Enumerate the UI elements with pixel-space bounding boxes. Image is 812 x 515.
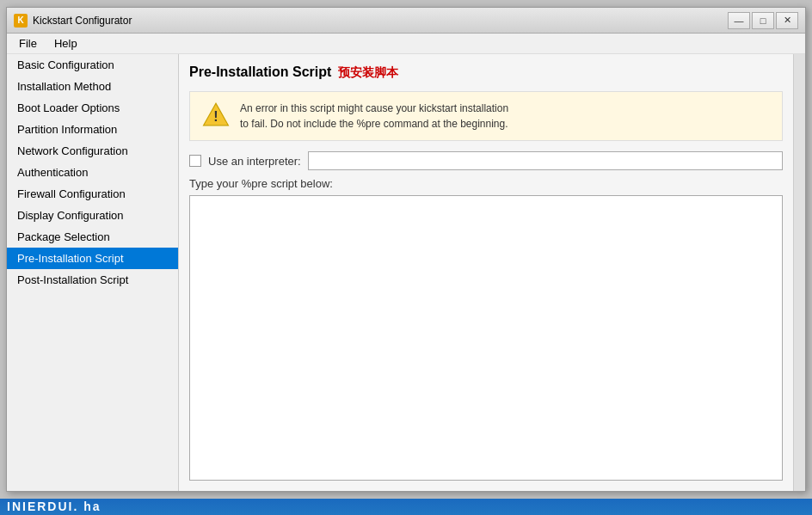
- bottom-taskbar: INIERDUI. ha: [0, 499, 812, 515]
- close-button[interactable]: ✕: [776, 12, 798, 29]
- app-icon: K: [14, 14, 28, 28]
- sidebar-item-authentication[interactable]: Authentication: [7, 162, 178, 183]
- title-bar: K Kickstart Configurator — □ ✕: [7, 8, 805, 34]
- sidebar-item-package-selection[interactable]: Package Selection: [7, 226, 178, 248]
- warning-icon: !: [202, 101, 230, 128]
- warning-box: ! An error in this script might cause yo…: [189, 91, 783, 141]
- sidebar-item-pre-installation-script[interactable]: Pre-Installation Script: [7, 248, 178, 269]
- panel-title-text: Pre-Installation Script: [189, 64, 331, 80]
- interpreter-label: Use an interpreter:: [208, 155, 301, 168]
- sidebar-item-network-configuration[interactable]: Network Configuration: [7, 140, 178, 162]
- interpreter-input[interactable]: [308, 151, 783, 170]
- interpreter-checkbox[interactable]: [189, 155, 201, 167]
- right-scroll-strip: [793, 54, 805, 491]
- menu-bar: File Help: [7, 34, 805, 54]
- main-window: K Kickstart Configurator — □ ✕ File Help…: [6, 7, 806, 492]
- sidebar-item-firewall-configuration[interactable]: Firewall Configuration: [7, 183, 178, 205]
- sidebar-item-post-installation-script[interactable]: Post-Installation Script: [7, 269, 178, 291]
- script-label: Type your %pre script below:: [189, 177, 783, 190]
- panel-title-container: Pre-Installation Script 预安装脚本: [189, 64, 783, 81]
- minimize-button[interactable]: —: [728, 12, 750, 29]
- panel-title-chinese: 预安装脚本: [338, 65, 398, 81]
- sidebar-item-boot-loader-options[interactable]: Boot Loader Options: [7, 97, 178, 119]
- menu-file[interactable]: File: [10, 35, 46, 52]
- script-textarea[interactable]: [189, 195, 783, 481]
- sidebar-item-installation-method[interactable]: Installation Method: [7, 76, 178, 97]
- window-title: Kickstart Configurator: [33, 15, 728, 27]
- bottom-text: INIERDUI. ha: [7, 500, 102, 513]
- interpreter-row: Use an interpreter:: [189, 151, 783, 170]
- sidebar-item-basic-configuration[interactable]: Basic Configuration: [7, 54, 178, 76]
- svg-text:!: !: [213, 109, 218, 124]
- menu-help[interactable]: Help: [46, 35, 86, 52]
- maximize-button[interactable]: □: [752, 12, 774, 29]
- main-content: Basic Configuration Installation Method …: [7, 54, 805, 491]
- sidebar: Basic Configuration Installation Method …: [7, 54, 179, 491]
- window-controls: — □ ✕: [728, 12, 798, 29]
- sidebar-item-display-configuration[interactable]: Display Configuration: [7, 205, 178, 226]
- sidebar-item-partition-information[interactable]: Partition Information: [7, 119, 178, 140]
- content-panel: Pre-Installation Script 预安装脚本 ! An error…: [179, 54, 793, 491]
- warning-text: An error in this script might cause your…: [240, 101, 508, 132]
